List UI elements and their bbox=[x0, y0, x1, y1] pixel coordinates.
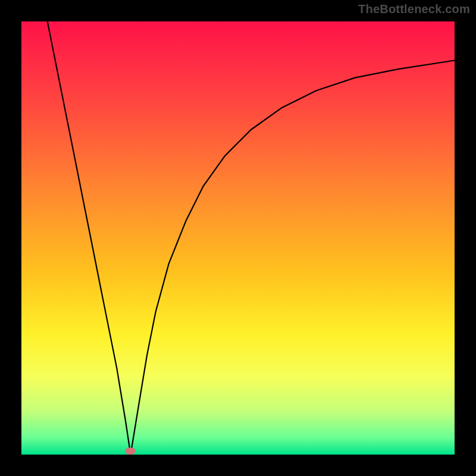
plot-area bbox=[21, 21, 455, 455]
chart-frame: TheBottleneck.com bbox=[0, 0, 476, 476]
bottleneck-curve bbox=[21, 21, 455, 455]
optimum-marker bbox=[125, 447, 136, 455]
watermark-text: TheBottleneck.com bbox=[358, 2, 470, 16]
